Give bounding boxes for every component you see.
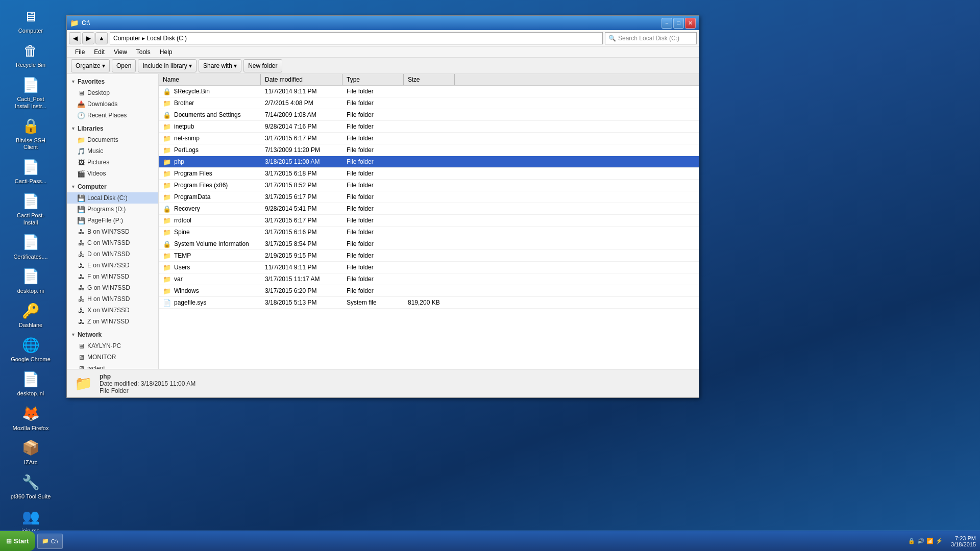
drive-label-4: C on WIN7SSD	[87, 239, 130, 246]
sidebar-drive-5[interactable]: 🖧D on WIN7SSD	[67, 248, 158, 260]
forward-button[interactable]: ▶	[82, 32, 94, 44]
file-row-1[interactable]: 📁Brother 2/7/2015 4:08 PM File folder	[159, 97, 699, 109]
desktop-icon-8[interactable]: 🔑Dashlane	[8, 298, 54, 331]
sidebar-drive-10[interactable]: 🖧X on WIN7SSD	[67, 305, 158, 316]
column-size-header[interactable]: Size	[404, 74, 455, 85]
sidebar-drive-9[interactable]: 🖧H on WIN7SSD	[67, 293, 158, 305]
file-row-16[interactable]: 📁var 3/17/2015 11:17 AM File folder	[159, 273, 699, 285]
close-button[interactable]: ✕	[685, 18, 696, 29]
downloads-label: Downloads	[87, 101, 117, 108]
drive-label-1: Programs (D:)	[87, 206, 126, 213]
sidebar-net-1[interactable]: 🖥MONITOR	[67, 352, 158, 363]
desktop-icon-7[interactable]: 📄desktop.ini	[8, 264, 54, 296]
file-row-5[interactable]: 📁PerfLogs 7/13/2009 11:20 PM File folder	[159, 144, 699, 156]
organize-button[interactable]: Organize ▾	[71, 59, 110, 72]
file-row-7[interactable]: 📁Program Files 3/17/2015 6:18 PM File fo…	[159, 168, 699, 180]
sidebar-item-music[interactable]: 🎵 Music	[67, 145, 158, 157]
start-button[interactable]: ⊞ Start	[0, 531, 35, 551]
file-row-8[interactable]: 📁Program Files (x86) 3/17/2015 8:52 PM F…	[159, 180, 699, 191]
sidebar-item-pictures[interactable]: 🖼 Pictures	[67, 157, 158, 168]
desktop-icon-label-0: Computer	[18, 28, 43, 34]
address-input[interactable]: Computer ▸ Local Disk (C:)	[110, 32, 603, 44]
menu-edit[interactable]: Edit	[90, 47, 109, 57]
desktop-icon-11[interactable]: 🦊Mozilla Firefox	[8, 402, 54, 434]
folder-icon-15: 📁	[163, 263, 171, 271]
sidebar-item-recent-places[interactable]: 🕐 Recent Places	[67, 110, 158, 121]
favorites-header[interactable]: ▼ Favorites	[67, 76, 158, 87]
file-type-9: File folder	[342, 192, 404, 202]
file-row-13[interactable]: 🔒System Volume Information 3/17/2015 8:5…	[159, 238, 699, 250]
sidebar-item-documents[interactable]: 📁 Documents	[67, 134, 158, 145]
column-name-header[interactable]: Name	[159, 74, 261, 85]
sidebar-net-0[interactable]: 🖥KAYLYN-PC	[67, 340, 158, 352]
desktop-icon-0[interactable]: 🖥Computer	[8, 4, 54, 36]
sidebar-drive-7[interactable]: 🖧F on WIN7SSD	[67, 271, 158, 282]
desktop-icon-6[interactable]: 📄Certificates....	[8, 230, 54, 262]
file-row-15[interactable]: 📁Users 11/7/2014 9:11 PM File folder	[159, 262, 699, 273]
desktop-icon-10[interactable]: 📄desktop.ini	[8, 367, 54, 399]
sidebar-item-desktop[interactable]: 🖥 Desktop	[67, 87, 158, 98]
desktop-icon-2[interactable]: 📄Cacti_Post Install Instr...	[8, 72, 54, 111]
file-row-6[interactable]: 📁php 3/18/2015 11:00 AM File folder	[159, 156, 699, 168]
sidebar-drive-2[interactable]: 💾PageFile (P:)	[67, 215, 158, 226]
column-type-header[interactable]: Type	[342, 74, 404, 85]
desktop-icon-1[interactable]: 🗑Recycle Bin	[8, 38, 54, 70]
desktop-icon-4[interactable]: 📄Cacti-Pass...	[8, 155, 54, 187]
include-library-button[interactable]: Include in library ▾	[138, 59, 197, 72]
file-row-14[interactable]: 📁TEMP 2/19/2015 9:15 PM File folder	[159, 250, 699, 262]
sidebar-drive-8[interactable]: 🖧G on WIN7SSD	[67, 282, 158, 293]
file-row-11[interactable]: 📁rrdtool 3/17/2015 6:17 PM File folder	[159, 215, 699, 227]
file-row-17[interactable]: 📁Windows 3/17/2015 6:20 PM File folder	[159, 285, 699, 297]
file-row-2[interactable]: 🔒Documents and Settings 7/14/2009 1:08 A…	[159, 109, 699, 121]
file-row-3[interactable]: 📁inetpub 9/28/2014 7:16 PM File folder	[159, 121, 699, 133]
drive-icon-1: 💾	[77, 205, 85, 213]
sidebar-drive-1[interactable]: 💾Programs (D:)	[67, 204, 158, 215]
file-row-4[interactable]: 📁net-snmp 3/17/2015 6:17 PM File folder	[159, 133, 699, 144]
column-date-header[interactable]: Date modified	[261, 74, 342, 85]
file-row-9[interactable]: 📁ProgramData 3/17/2015 6:17 PM File fold…	[159, 191, 699, 203]
net-label-0: KAYLYN-PC	[87, 342, 121, 349]
libraries-arrow: ▼	[71, 126, 76, 131]
file-list: 🔒$Recycle.Bin 11/7/2014 9:11 PM File fol…	[159, 86, 699, 309]
file-row-0[interactable]: 🔒$Recycle.Bin 11/7/2014 9:11 PM File fol…	[159, 86, 699, 97]
new-folder-button[interactable]: New folder	[243, 59, 282, 72]
desktop-icon-9[interactable]: 🌐Google Chrome	[8, 333, 54, 365]
desktop-icon-3[interactable]: 🔒Bitvise SSH Client	[8, 114, 54, 153]
sidebar-drive-3[interactable]: 🖧B on WIN7SSD	[67, 226, 158, 237]
recent-places-icon: 🕐	[77, 111, 85, 119]
file-type-8: File folder	[342, 180, 404, 190]
computer-label: Computer	[78, 183, 107, 190]
menu-file[interactable]: File	[71, 47, 89, 57]
taskbar-explorer[interactable]: 📁 C:\	[37, 534, 63, 549]
network-header[interactable]: ▼ Network	[67, 329, 158, 340]
back-button[interactable]: ◀	[69, 32, 81, 44]
file-row-10[interactable]: 🔒Recovery 9/28/2014 5:41 PM File folder	[159, 203, 699, 215]
maximize-button[interactable]: □	[673, 18, 684, 29]
file-type-10: File folder	[342, 204, 404, 214]
sidebar-item-downloads[interactable]: 📥 Downloads	[67, 98, 158, 110]
desktop-icon-13[interactable]: 🔧pt360 Tool Suite	[8, 470, 54, 502]
file-row-12[interactable]: 📁Spine 3/17/2015 6:16 PM File folder	[159, 227, 699, 238]
sidebar-drive-0[interactable]: 💾Local Disk (C:)	[67, 192, 158, 204]
computer-header[interactable]: ▼ Computer	[67, 181, 158, 192]
libraries-header[interactable]: ▼ Libraries	[67, 123, 158, 134]
file-row-18[interactable]: 📄pagefile.sys 3/18/2015 5:13 PM System f…	[159, 297, 699, 309]
open-button[interactable]: Open	[112, 59, 136, 72]
sidebar-drive-11[interactable]: 🖧Z on WIN7SSD	[67, 316, 158, 327]
desktop-icon-12[interactable]: 📦IZArc	[8, 436, 54, 468]
desktop-icon-5[interactable]: 📄Cacti Post-Install	[8, 189, 54, 228]
desktop-icon-label-4: Cacti-Pass...	[15, 178, 46, 185]
file-name-16: 📁var	[159, 273, 261, 285]
menu-tools[interactable]: Tools	[132, 47, 155, 57]
sidebar-drive-6[interactable]: 🖧E on WIN7SSD	[67, 260, 158, 271]
sidebar-item-videos[interactable]: 🎬 Videos	[67, 168, 158, 179]
sidebar-net-2[interactable]: 🖥tsclent	[67, 363, 158, 369]
minimize-button[interactable]: −	[662, 18, 672, 29]
menu-view[interactable]: View	[110, 47, 131, 57]
search-box[interactable]: 🔍 Search Local Disk (C:)	[605, 32, 697, 44]
share-with-button[interactable]: Share with ▾	[199, 59, 241, 72]
up-button[interactable]: ▲	[95, 32, 108, 44]
desktop-icon-label-13: pt360 Tool Suite	[11, 493, 51, 500]
sidebar-drive-4[interactable]: 🖧C on WIN7SSD	[67, 237, 158, 248]
menu-help[interactable]: Help	[156, 47, 177, 57]
